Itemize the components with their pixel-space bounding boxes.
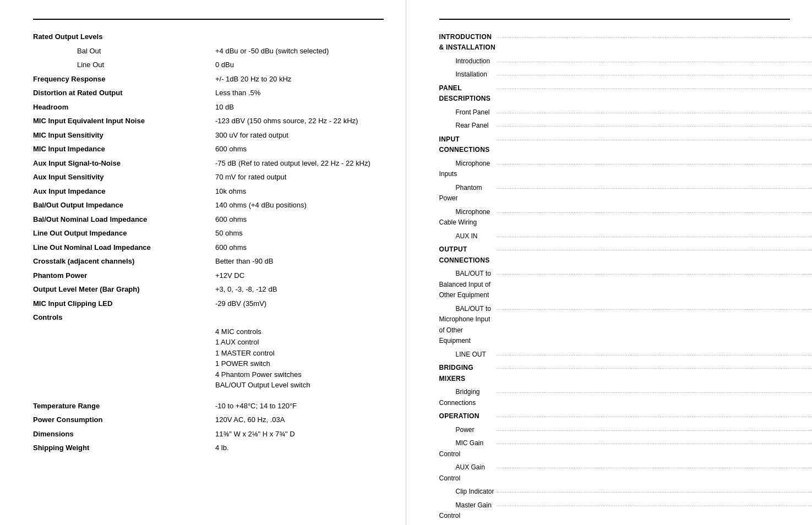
spec-main-row: Headroom10 dB xyxy=(33,100,384,114)
spec-value: 70 mV for rated output xyxy=(215,170,384,184)
specs-table: Rated Output LevelsBal Out+4 dBu or -50 … xyxy=(33,30,384,455)
contents-dots: ........................................… xyxy=(497,347,813,361)
spec-main-row: Temperature Range-10 to +48°C; 14 to 120… xyxy=(33,399,384,413)
spec-value: 600 ohms xyxy=(215,240,384,255)
contents-row: Installation ...........................… xyxy=(439,68,813,81)
spec-value: +12V DC xyxy=(215,269,384,283)
contents-entry-label: AUX IN xyxy=(439,229,497,243)
spec-main-row: Aux Input Signal-to-Noise-75 dB (Ref to … xyxy=(33,156,384,171)
spec-main-row: MIC Input Clipping LED-29 dBV (35mV) xyxy=(33,297,384,311)
spec-label: Aux Input Sensitivity xyxy=(33,170,215,184)
contents-divider xyxy=(439,19,791,20)
spec-main-row: Line Out Output Impedance50 ohms xyxy=(33,226,384,240)
spec-label: Bal/Out Nominal Load Impedance xyxy=(33,212,215,227)
spec-controls-label xyxy=(33,325,215,392)
spec-main-row: Bal/Out Nominal Load Impedance600 ohms xyxy=(33,212,384,227)
spec-sub-row: Line Out0 dBu xyxy=(33,58,384,72)
spec-main-row: Power Consumption120V AC, 60 Hz, .03A xyxy=(33,413,384,427)
contents-entry-label: OPERATION xyxy=(439,409,497,423)
spec-value: 0 dBu xyxy=(215,58,384,72)
contents-entry-label: Rear Panel xyxy=(439,119,497,133)
spec-sub-label: Line Out xyxy=(33,58,215,72)
spec-label: Dimensions xyxy=(33,427,215,441)
contents-entry-label: Phantom Power xyxy=(439,181,497,205)
contents-dots: ........................................… xyxy=(497,361,813,385)
contents-entry-label: LINE OUT xyxy=(439,347,497,361)
contents-row: BRIDGING MIXERS ........................… xyxy=(439,361,813,385)
spec-main-row: Phantom Power+12V DC xyxy=(33,269,384,283)
spec-label: MIC Input Equivalent Input Noise xyxy=(33,114,215,128)
specs-divider xyxy=(33,19,384,20)
spec-value: Better than -90 dB xyxy=(215,254,384,269)
contents-table: INTRODUCTION & INSTALLATION ............… xyxy=(439,30,813,525)
spec-value: 300 uV for rated output xyxy=(215,128,384,143)
contents-entry-label: AUX Gain Control xyxy=(439,461,497,485)
contents-entry-label: BRIDGING MIXERS xyxy=(439,361,497,385)
contents-row: PANEL DESCRIPTIONS .....................… xyxy=(439,81,813,105)
contents-row: Phantom Power ..........................… xyxy=(439,181,813,205)
contents-dots: ........................................… xyxy=(497,498,813,522)
spec-label: Line Out Output Impedance xyxy=(33,226,215,240)
contents-entry-label: Introduction xyxy=(439,54,497,68)
contents-dots: ........................................… xyxy=(497,30,813,54)
spec-label: Headroom xyxy=(33,100,215,114)
spec-value: 120V AC, 60 Hz, .03A xyxy=(215,413,384,427)
contents-entry-label: Power xyxy=(439,423,497,436)
contents-dots: ........................................… xyxy=(497,105,813,119)
spec-value: 50 ohms xyxy=(215,226,384,240)
spec-label: Phantom Power xyxy=(33,269,215,283)
spec-main-row: Line Out Nominal Load Impedance600 ohms xyxy=(33,240,384,255)
spec-main-row: Frequency Response+/- 1dB 20 Hz to 20 kH… xyxy=(33,72,384,86)
spec-label: Shipping Weight xyxy=(33,441,215,455)
contents-dots: ........................................… xyxy=(497,68,813,81)
contents-dots: ........................................… xyxy=(497,181,813,205)
contents-section: INTRODUCTION & INSTALLATION ............… xyxy=(406,0,813,525)
contents-row: OUTPUT CONNECTIONS .....................… xyxy=(439,243,813,267)
spec-value: +/- 1dB 20 Hz to 20 kHz xyxy=(215,72,384,86)
contents-row: Front Panel ............................… xyxy=(439,105,813,119)
spec-value: -29 dBV (35mV) xyxy=(215,297,384,311)
contents-row: Rear Panel .............................… xyxy=(439,119,813,133)
spec-label: MIC Input Sensitivity xyxy=(33,128,215,143)
contents-entry-label: PANEL DESCRIPTIONS xyxy=(439,81,497,105)
contents-row: LINE OUT ...............................… xyxy=(439,347,813,361)
contents-dots: ........................................… xyxy=(497,81,813,105)
spec-value: +4 dBu or -50 dBu (switch selected) xyxy=(215,44,384,58)
spec-label: Rated Output Levels xyxy=(33,30,384,44)
spec-header-row: Controls xyxy=(33,310,384,325)
spec-value: 11⅜" W x 2⅛" H x 7¾" D xyxy=(215,427,384,441)
spec-value: 600 ohms xyxy=(215,142,384,156)
spec-label: Controls xyxy=(33,310,384,325)
contents-dots: ........................................… xyxy=(497,132,813,156)
contents-row: BAL/OUT to Balanced Input of Other Equip… xyxy=(439,267,813,302)
contents-entry-label: Installation xyxy=(439,68,497,81)
contents-entry-label: Clip Indicator xyxy=(439,485,497,499)
spec-value: -75 dB (Ref to rated output level, 22 Hz… xyxy=(215,156,384,171)
contents-entry-label: OUTPUT CONNECTIONS xyxy=(439,243,497,267)
spec-value: 140 ohms (+4 dBu positions) xyxy=(215,198,384,212)
spec-value: 4 lb. xyxy=(215,441,384,455)
spec-value: -10 to +48°C; 14 to 120°F xyxy=(215,399,384,413)
spec-value: 600 ohms xyxy=(215,212,384,227)
contents-dots: ........................................… xyxy=(497,243,813,267)
contents-entry-label: Master Gain Control xyxy=(439,498,497,522)
contents-row: Power ..................................… xyxy=(439,423,813,436)
contents-entry-label: Microphone Cable Wiring xyxy=(439,205,497,229)
spec-main-row: Output Level Meter (Bar Graph)+3, 0, -3,… xyxy=(33,282,384,297)
spec-value: 10 dB xyxy=(215,100,384,114)
contents-dots: ........................................… xyxy=(497,54,813,68)
spec-main-row: Crosstalk (adjacent channels)Better than… xyxy=(33,254,384,269)
contents-dots: ........................................… xyxy=(497,485,813,499)
contents-row: Microphone Cable Wiring ................… xyxy=(439,205,813,229)
spec-value: 10k ohms xyxy=(215,184,384,199)
spec-main-row: Shipping Weight4 lb. xyxy=(33,441,384,455)
contents-dots: ........................................… xyxy=(497,423,813,436)
contents-entry-label: INPUT CONNECTIONS xyxy=(439,132,497,156)
contents-row: AUX Gain Control .......................… xyxy=(439,461,813,485)
spec-label: Bal/Out Output Impedance xyxy=(33,198,215,212)
contents-dots: ........................................… xyxy=(497,522,813,525)
contents-dots: ........................................… xyxy=(497,385,813,409)
spec-label: Frequency Response xyxy=(33,72,215,86)
contents-dots: ........................................… xyxy=(497,302,813,347)
spec-controls-value: 4 MIC controls1 AUX control1 MASTER cont… xyxy=(215,325,384,392)
